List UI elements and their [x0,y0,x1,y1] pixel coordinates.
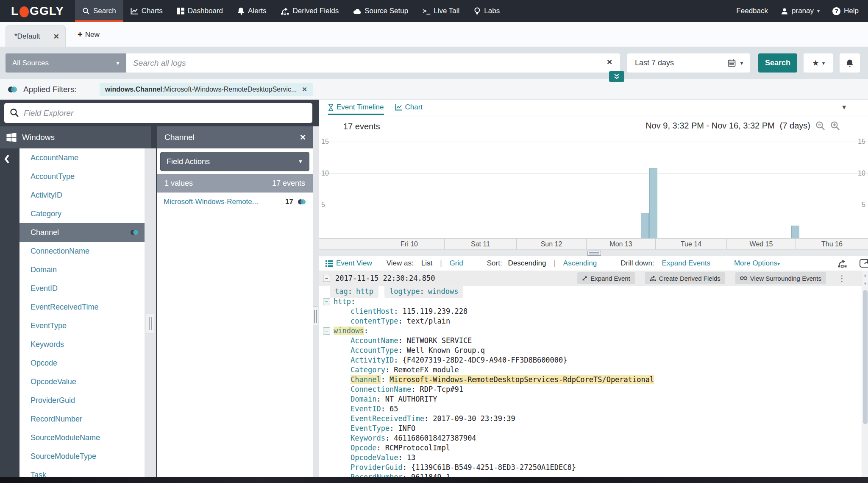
collapse-event-icon[interactable]: − [323,275,330,282]
log-key[interactable]: windows [334,327,364,335]
log-value[interactable]: RCMProtocolImpl [385,444,451,452]
field-item-domain[interactable]: Domain [19,260,145,279]
resize-grip[interactable] [587,251,601,256]
tab-event-timeline[interactable]: Event Timeline [328,100,384,115]
help-link[interactable]: ? Help [832,7,859,15]
share-icon[interactable] [860,259,868,268]
log-value[interactable]: Microsoft-Windows-RemoteDesktopServices-… [389,375,654,384]
nav-item-alerts[interactable]: Alerts [230,0,273,22]
log-value[interactable]: 115.119.239.228 [403,307,468,315]
field-item-keywords[interactable]: Keywords [19,335,145,354]
log-key[interactable]: contentType [351,317,398,325]
field-item-activityid[interactable]: ActivityID [19,186,145,204]
tab-chart[interactable]: Chart [395,100,423,115]
field-item-recordnumber[interactable]: RecordNumber [19,410,145,428]
expand-event-button[interactable]: Expand Event [577,272,634,284]
field-item-providerguid[interactable]: ProviderGuid [19,391,145,410]
log-key[interactable]: Keywords [351,434,385,442]
log-key[interactable]: ProviderGuid [351,463,403,472]
log-key[interactable]: OpcodeValue [351,453,398,462]
feedback-link[interactable]: Feedback [736,7,768,15]
log-value[interactable]: 2017-09-30 23:39:39 [433,414,515,423]
log-value[interactable]: text/plain [407,317,450,325]
timeline-bar[interactable] [641,213,649,239]
field-actions-dropdown[interactable]: Field Actions ▼ [160,152,309,171]
nav-item-labs[interactable]: Labs [467,0,507,22]
clear-search-icon[interactable]: × [607,57,612,66]
view-as-grid-option[interactable]: Grid [450,259,463,268]
field-item-eventreceivedtime[interactable]: EventReceivedTime [19,298,145,316]
more-options-dropdown[interactable]: More Options▾ [734,259,780,268]
field-explorer-input[interactable] [4,103,312,123]
venn-icon[interactable] [298,199,306,205]
collapse-icon[interactable]: − [323,327,330,335]
filter-chip[interactable]: windows.Channel : Microsoft-Windows-Remo… [100,83,313,96]
time-range-picker[interactable]: Last 7 days ▼ [627,53,750,73]
expand-events-link[interactable]: Expand Events [662,259,710,268]
field-item-sourcemoduletype[interactable]: SourceModuleType [19,447,145,466]
field-group-header[interactable]: Windows [0,126,151,148]
zoom-out-icon[interactable] [815,121,825,131]
sources-dropdown[interactable]: All Sources ▼ [6,53,126,73]
alerts-button[interactable] [840,53,860,73]
sort-descending-option[interactable]: Descending [508,259,546,268]
field-item-connectionname[interactable]: ConnectionName [19,242,145,260]
log-key[interactable]: ActivityID [351,356,394,364]
scroll-up-icon[interactable]: ▲ [862,273,868,277]
saved-searches-button[interactable]: ★ ▾ [804,53,833,73]
log-key[interactable]: Opcode [351,444,376,452]
close-icon[interactable]: ✕ [300,133,306,142]
log-value[interactable]: 4611686018427387904 [394,434,476,442]
kebab-menu-icon[interactable]: ⋮ [838,274,846,283]
channel-value-link[interactable]: Microsoft-Windows-Remote... [164,198,281,206]
tag-chip[interactable]: tag:http [330,285,378,298]
logtype-chip[interactable]: logtype:windows [384,285,464,298]
chevron-down-icon[interactable]: ▼ [841,103,847,111]
log-key[interactable]: http [334,297,351,306]
field-item-accounttype[interactable]: AccountType [19,167,145,186]
log-key[interactable]: EventID [351,405,381,413]
nav-item-search[interactable]: Search [75,0,123,22]
scrollbar-thumb[interactable] [863,290,868,424]
sort-ascending-option[interactable]: Ascending [563,259,597,268]
field-item-sourcemodulename[interactable]: SourceModuleName [19,428,145,447]
field-item-eventtype[interactable]: EventType [19,316,145,335]
log-key[interactable]: ConnectionName [351,385,411,394]
user-menu[interactable]: pranay ▾ [781,7,820,15]
field-item-category[interactable]: Category [19,204,145,223]
resize-grip[interactable] [146,314,154,333]
nav-item-charts[interactable]: Charts [123,0,170,22]
remove-filter-icon[interactable]: ✕ [302,86,307,93]
loggly-logo[interactable]: LGGLY [0,0,75,22]
field-item-eventid[interactable]: EventID [19,279,145,298]
log-key[interactable]: Category [351,366,385,374]
view-as-list-option[interactable]: List [421,259,432,268]
log-value[interactable]: {F4207319-28D2-4DC9-A940-FF3D8B600000} [403,356,568,364]
timeline-bar[interactable] [649,168,657,238]
nav-item-live-tail[interactable]: >_ Live Tail [415,0,467,22]
nav-item-source-setup[interactable]: Source Setup [346,0,415,22]
nav-item-dashboard[interactable]: Dashboard [170,0,230,22]
close-tab-icon[interactable]: ✕ [53,32,59,41]
expand-search-button[interactable] [609,71,624,82]
log-value[interactable]: NT AUTHORITY [385,395,437,403]
search-button[interactable]: Search [758,53,797,73]
log-value[interactable]: RemoteFX module [394,366,459,374]
log-key[interactable]: clientHost [351,307,394,315]
collapse-icon[interactable]: − [323,298,330,305]
field-item-accountname[interactable]: AccountName [19,148,145,167]
event-view-toggle[interactable]: Event View [326,259,372,268]
log-value[interactable]: NETWORK SERVICE [407,336,472,345]
timeline-bar[interactable] [791,226,799,238]
log-key[interactable]: AccountType [351,346,398,355]
log-value[interactable]: RDP-Tcp#91 [420,385,463,394]
search-input[interactable] [126,53,620,73]
tab-default[interactable]: *Default ✕ [6,25,66,47]
log-value[interactable]: INFO [398,424,415,433]
log-key[interactable]: AccountName [351,336,398,345]
log-value[interactable]: 13 [407,453,415,462]
log-value[interactable]: Well Known Group.q [407,346,485,355]
zoom-in-icon[interactable] [830,121,840,131]
resize-grip[interactable] [313,307,318,326]
view-surrounding-events-button[interactable]: View Surrounding Events [735,272,826,284]
